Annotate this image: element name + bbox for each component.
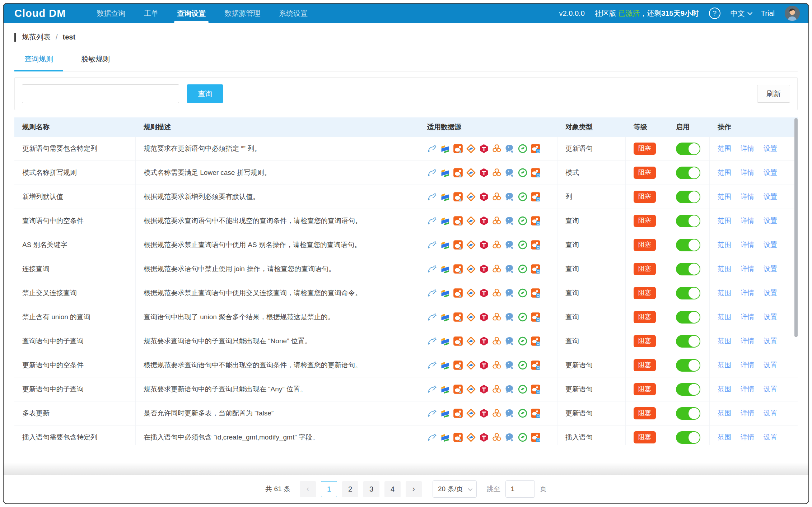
- mysql-icon: [427, 312, 437, 322]
- scope-link[interactable]: 范围: [718, 433, 731, 442]
- scope-link[interactable]: 范围: [718, 192, 731, 201]
- rule-name: 更新语句需要包含特定列: [22, 144, 97, 153]
- page-button-3[interactable]: 3: [363, 481, 379, 497]
- datasource-icons: [427, 312, 541, 322]
- detail-link[interactable]: 详情: [741, 144, 754, 153]
- detail-link[interactable]: 详情: [741, 409, 754, 418]
- tidb-icon: [479, 408, 489, 418]
- settings-link[interactable]: 设置: [764, 264, 777, 274]
- settings-link[interactable]: 设置: [764, 361, 777, 370]
- detail-link[interactable]: 详情: [741, 361, 754, 370]
- settings-link[interactable]: 设置: [764, 409, 777, 418]
- detail-link[interactable]: 详情: [741, 433, 754, 442]
- enable-toggle[interactable]: [676, 431, 700, 444]
- enable-toggle[interactable]: [676, 287, 700, 299]
- detail-link[interactable]: 详情: [741, 168, 754, 177]
- enable-toggle[interactable]: [676, 239, 700, 251]
- detail-link[interactable]: 详情: [741, 385, 754, 394]
- nav-item-datasource-management[interactable]: 数据源管理: [215, 4, 270, 23]
- scope-link[interactable]: 范围: [718, 264, 731, 274]
- settings-link[interactable]: 设置: [764, 385, 777, 394]
- settings-link[interactable]: 设置: [764, 336, 777, 346]
- settings-link[interactable]: 设置: [764, 144, 777, 153]
- query-button[interactable]: 查询: [187, 84, 223, 103]
- object-type: 查询: [565, 264, 579, 274]
- search-input[interactable]: [22, 84, 179, 103]
- enable-toggle[interactable]: [676, 311, 700, 324]
- enable-toggle[interactable]: [676, 383, 700, 396]
- scope-link[interactable]: 范围: [718, 312, 731, 322]
- gbase-icon: [492, 192, 502, 202]
- enable-toggle[interactable]: [676, 335, 700, 348]
- enable-toggle[interactable]: [676, 143, 700, 155]
- page-button-4[interactable]: 4: [384, 481, 401, 497]
- settings-link[interactable]: 设置: [764, 312, 777, 322]
- level-badge: 阻塞: [634, 407, 656, 419]
- scope-link[interactable]: 范围: [718, 240, 731, 250]
- nav-item-system-settings[interactable]: 系统设置: [270, 4, 317, 23]
- vertical-scrollbar[interactable]: [794, 118, 798, 337]
- page-size-select[interactable]: 20 条/页: [433, 480, 477, 498]
- detail-link[interactable]: 详情: [741, 240, 754, 250]
- detail-link[interactable]: 详情: [741, 216, 754, 225]
- tab-masking-rules[interactable]: 脱敏规则: [71, 54, 120, 71]
- detail-link[interactable]: 详情: [741, 312, 754, 322]
- detail-link[interactable]: 详情: [741, 288, 754, 298]
- enable-toggle[interactable]: [676, 215, 700, 227]
- gbase-icon: [492, 168, 502, 178]
- enable-toggle[interactable]: [676, 359, 700, 372]
- user-avatar[interactable]: [785, 6, 800, 21]
- settings-link[interactable]: 设置: [764, 288, 777, 298]
- page-button-2[interactable]: 2: [342, 481, 358, 497]
- enable-toggle[interactable]: [676, 263, 700, 275]
- next-page-button[interactable]: ›: [406, 481, 422, 497]
- scope-link[interactable]: 范围: [718, 216, 731, 225]
- mysql-icon: [427, 264, 437, 274]
- breadcrumb-section[interactable]: 规范列表: [22, 32, 51, 42]
- trial-label: Trial: [761, 9, 775, 18]
- toggle-knob: [689, 384, 700, 395]
- enable-toggle[interactable]: [676, 167, 700, 179]
- prev-page-button[interactable]: ‹: [300, 481, 316, 497]
- scope-link[interactable]: 范围: [718, 144, 731, 153]
- detail-link[interactable]: 详情: [741, 192, 754, 201]
- tab-query-rules[interactable]: 查询规则: [14, 54, 63, 71]
- settings-link[interactable]: 设置: [764, 240, 777, 250]
- object-type: 查询: [565, 312, 579, 322]
- enable-toggle[interactable]: [676, 407, 700, 420]
- scope-link[interactable]: 范围: [718, 168, 731, 177]
- postgresql-icon: [505, 336, 515, 346]
- gbase-icon: [492, 144, 502, 154]
- nav-item-work-order[interactable]: 工单: [135, 4, 168, 23]
- level-badge: 阻塞: [634, 359, 656, 371]
- settings-link[interactable]: 设置: [764, 192, 777, 201]
- scope-link[interactable]: 范围: [718, 409, 731, 418]
- page-button-1[interactable]: 1: [321, 481, 337, 497]
- settings-link[interactable]: 设置: [764, 168, 777, 177]
- datasource-icons: [427, 192, 541, 202]
- scope-link[interactable]: 范围: [718, 288, 731, 298]
- enable-toggle[interactable]: [676, 191, 700, 203]
- nav-item-data-query[interactable]: 数据查询: [87, 4, 135, 23]
- datasource-icons: [427, 168, 541, 178]
- table-row: AS 别名关键字 根据规范要求禁止查询语句中使用 AS 别名操作，请检查您的查询…: [14, 233, 798, 257]
- jump-page-input[interactable]: [505, 480, 535, 498]
- settings-link[interactable]: 设置: [764, 433, 777, 442]
- rule-description: 根据规范要求新增列必须要有默认值。: [144, 192, 260, 201]
- dm-icon: [466, 168, 476, 178]
- level-badge: 阻塞: [634, 431, 656, 443]
- rule-description: 根据规范要求语句中禁止使用 join 操作，请检查您的查询语句。: [144, 264, 335, 274]
- nav-item-query-settings[interactable]: 查询设置: [168, 4, 215, 23]
- object-type: 查询: [565, 240, 579, 250]
- scope-link[interactable]: 范围: [718, 336, 731, 346]
- detail-link[interactable]: 详情: [741, 264, 754, 274]
- language-selector[interactable]: 中文: [731, 9, 751, 18]
- postgresql-icon: [505, 144, 515, 154]
- settings-link[interactable]: 设置: [764, 216, 777, 225]
- refresh-button[interactable]: 刷新: [757, 85, 790, 103]
- help-icon[interactable]: ?: [709, 8, 720, 19]
- scope-link[interactable]: 范围: [718, 385, 731, 394]
- detail-link[interactable]: 详情: [741, 336, 754, 346]
- postgresql-icon: [505, 360, 515, 370]
- scope-link[interactable]: 范围: [718, 361, 731, 370]
